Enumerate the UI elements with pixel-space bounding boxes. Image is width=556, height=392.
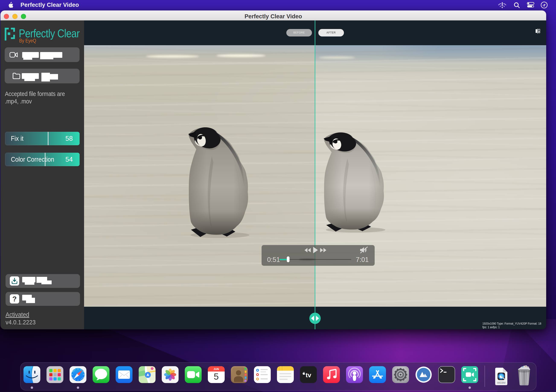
svg-text:WEBM: WEBM: [497, 381, 505, 384]
svg-text:tv: tv: [306, 371, 311, 379]
svg-text:5: 5: [214, 371, 218, 382]
svg-text:JUN: JUN: [213, 368, 219, 371]
